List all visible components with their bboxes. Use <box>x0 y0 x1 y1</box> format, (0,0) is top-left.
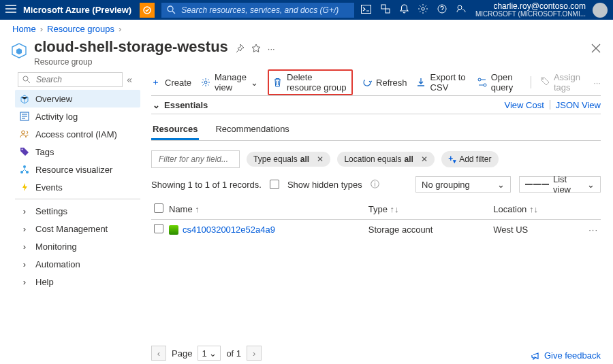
chevron-down-icon: ⌄ <box>251 78 258 88</box>
menu-icon[interactable] <box>5 4 16 16</box>
tag-icon <box>541 77 550 88</box>
toolbar: ＋Create Manage view ⌄ Delete resource gr… <box>151 72 601 93</box>
col-name[interactable]: Name ↑ <box>166 199 366 220</box>
cloudshell-icon[interactable] <box>361 5 371 16</box>
row-more-icon[interactable]: ··· <box>580 220 601 240</box>
notifications-icon[interactable] <box>400 4 409 16</box>
directory-icon[interactable] <box>381 4 390 16</box>
view-mode-select[interactable]: List view ⌄ <box>519 176 601 193</box>
essentials-toggle[interactable]: ⌄ Essentials <box>153 100 208 110</box>
collapse-sidebar-icon[interactable]: « <box>123 74 136 85</box>
sidebar-item-events[interactable]: Events <box>15 178 140 196</box>
pager: ‹ Page 1⌄ of 1 › <box>151 346 262 361</box>
tab-resources[interactable]: Resources <box>151 124 199 140</box>
json-view-link[interactable]: JSON View <box>556 100 601 110</box>
preview-badge-icon[interactable] <box>140 3 155 18</box>
table-row[interactable]: cs4100320012e52a4a9 Storage account West… <box>151 220 601 240</box>
filter-field[interactable] <box>151 150 240 168</box>
sidebar-item-label: Help <box>35 277 54 287</box>
grouping-select[interactable]: No grouping⌄ <box>415 176 511 193</box>
sidebar-item-activity-log[interactable]: Activity log <box>15 107 140 125</box>
sidebar-search-input[interactable] <box>35 74 118 85</box>
give-feedback-link[interactable]: Give feedback <box>531 350 601 361</box>
add-filter-button[interactable]: +▾ Add filter <box>441 151 498 167</box>
sidebar-item-monitoring[interactable]: › Monitoring <box>15 237 140 255</box>
pin-icon[interactable] <box>235 44 245 55</box>
assign-label: Assign tags <box>554 72 584 93</box>
more-toolbar-icon[interactable]: ··· <box>593 78 601 88</box>
grouping-value: No grouping <box>422 180 470 190</box>
global-search-input[interactable] <box>180 5 349 16</box>
sidebar-item-automation[interactable]: › Automation <box>15 255 140 273</box>
row-checkbox[interactable] <box>154 224 163 233</box>
filter-input[interactable] <box>157 154 234 165</box>
tab-recommendations[interactable]: Recommendations <box>214 124 290 140</box>
refresh-button[interactable]: Refresh <box>362 78 407 88</box>
refresh-icon <box>362 78 372 87</box>
col-type[interactable]: Type ↑↓ <box>366 199 490 220</box>
avatar[interactable] <box>593 3 608 18</box>
resource-name-link[interactable]: cs4100320012e52a4a9 <box>183 225 275 235</box>
open-query-button[interactable]: Open query <box>477 72 522 93</box>
next-page-button[interactable]: › <box>247 346 262 361</box>
page-number-select[interactable]: 1⌄ <box>198 346 221 361</box>
sidebar-item-iam[interactable]: Access control (IAM) <box>15 125 140 143</box>
svg-point-18 <box>542 78 544 80</box>
activity-log-icon <box>19 112 30 121</box>
sidebar-item-overview[interactable]: Overview <box>15 90 140 107</box>
page-title: cloud-shell-storage-westus <box>34 38 228 56</box>
info-icon[interactable]: ⓘ <box>371 178 379 191</box>
svg-point-5 <box>422 7 424 10</box>
sidebar-item-resource-visualizer[interactable]: Resource visualizer <box>15 161 140 178</box>
view-cost-link[interactable]: View Cost <box>504 100 544 110</box>
col-location[interactable]: Location ↑↓ <box>490 199 580 220</box>
create-label: Create <box>165 78 191 88</box>
open-label: Open query <box>491 72 522 93</box>
sort-icon: ↑↓ <box>529 204 538 214</box>
crumb-rg[interactable]: Resource groups <box>47 24 114 34</box>
pill-label: Location equals <box>344 154 401 164</box>
feedback-label: Give feedback <box>544 350 601 361</box>
sort-asc-icon: ↑ <box>195 204 200 214</box>
delete-label: Delete resource group <box>287 72 347 93</box>
filter-pill-type[interactable]: Type equals all ✕ <box>247 152 330 167</box>
sidebar-item-cost-management[interactable]: › Cost Management <box>15 220 140 237</box>
chevron-down-icon: ⌄ <box>497 180 505 190</box>
manage-view-button[interactable]: Manage view ⌄ <box>201 72 258 93</box>
close-icon[interactable]: ✕ <box>317 154 324 164</box>
account-tenant: MICROSOFT (MICROSOFT.ONMI... <box>475 10 586 18</box>
account-block[interactable]: charlie.roy@contoso.com MICROSOFT (MICRO… <box>475 2 586 18</box>
sidebar-item-settings[interactable]: › Settings <box>15 202 140 220</box>
settings-icon[interactable] <box>418 4 428 16</box>
select-all-checkbox[interactable] <box>154 203 163 213</box>
page-label: Page <box>172 348 192 359</box>
delete-resource-group-button[interactable]: Delete resource group <box>268 69 353 95</box>
close-icon[interactable]: ✕ <box>421 154 428 164</box>
sidebar-search[interactable] <box>18 72 123 87</box>
search-icon <box>167 5 176 14</box>
svg-point-15 <box>204 81 207 84</box>
crumb-home[interactable]: Home <box>12 24 36 34</box>
page-subtitle: Resource group <box>34 57 228 67</box>
chevron-right-icon: › <box>19 259 30 269</box>
sidebar-item-label: Settings <box>35 206 67 216</box>
feedback-icon[interactable] <box>456 4 466 16</box>
global-search[interactable] <box>161 3 354 18</box>
sidebar-item-label: Automation <box>35 259 80 269</box>
filter-pill-location[interactable]: Location equals all ✕ <box>337 152 435 167</box>
more-icon[interactable]: ··· <box>268 44 275 54</box>
close-icon[interactable] <box>591 44 601 55</box>
prev-page-button[interactable]: ‹ <box>151 346 166 361</box>
show-hidden-checkbox[interactable] <box>270 180 279 189</box>
query-icon <box>477 78 487 87</box>
star-icon[interactable] <box>251 44 261 55</box>
create-button[interactable]: ＋Create <box>151 76 191 88</box>
export-csv-button[interactable]: Export to CSV <box>417 72 468 93</box>
sidebar-item-tags[interactable]: Tags <box>15 143 140 161</box>
sidebar-item-help[interactable]: › Help <box>15 273 140 291</box>
svg-rect-4 <box>386 9 390 13</box>
help-icon[interactable] <box>437 4 447 16</box>
add-filter-label: Add filter <box>459 154 491 164</box>
chevron-right-icon: › <box>40 24 43 34</box>
account-email: charlie.roy@contoso.com <box>475 2 586 10</box>
